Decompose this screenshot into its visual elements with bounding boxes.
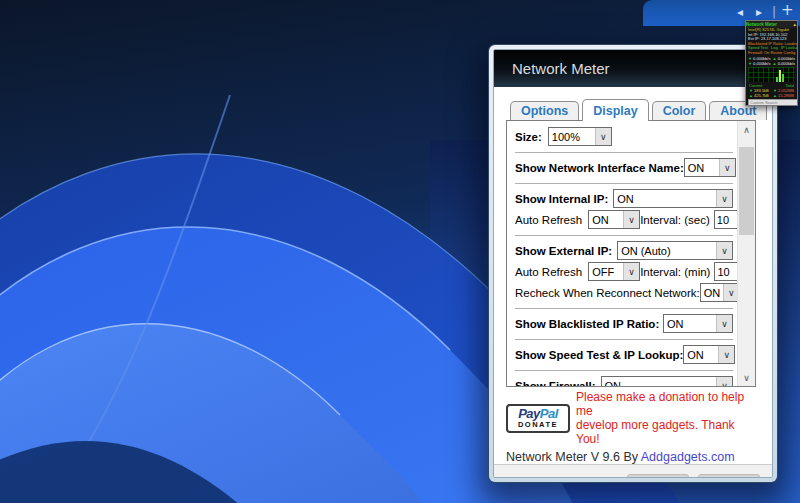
gadget-search-bar [748,99,795,106]
external-interval-label: Interval: (min) [640,266,710,278]
chevron-up-icon: ∧ [743,125,750,135]
tab-options[interactable]: Options [510,101,579,120]
ok-button[interactable]: OK [627,474,689,478]
speedtest-value: ON [687,349,704,361]
chevron-down-icon: ∨ [716,190,732,207]
size-value: 100% [552,131,580,143]
chevron-down-icon: ∨ [716,377,732,387]
firewall-value: ON [605,380,622,388]
addgadgets-link[interactable]: Addgadgets.com [641,450,735,464]
up-arrow-icon: ▲ [773,61,777,66]
paypal-donate-button[interactable]: PayPal DONATE [506,404,570,433]
external-ip-label: Show External IP: [515,245,612,257]
separator [515,152,733,153]
down-arrow-icon: ▼ [748,61,752,66]
gadget-search-input[interactable] [748,99,798,106]
cancel-button[interactable]: Cancel [698,474,760,478]
forward-icon[interactable]: ▸ [756,4,762,20]
chevron-down-icon: ∨ [743,373,750,383]
graph-spike [776,77,778,82]
recheck-select[interactable]: ON ∨ [700,283,740,302]
chevron-down-icon: ∨ [716,315,732,332]
tab-color[interactable]: Color [652,101,707,120]
internal-interval-input[interactable] [714,210,738,229]
log-link[interactable]: Log [771,46,778,50]
gadget-totals-row: ▲ 425.7kB ▲ 15.28MB [746,93,797,98]
gadget-title: Network Meter [746,21,777,28]
chevron-down-icon: ∨ [718,346,734,363]
internal-refresh-select[interactable]: ON ∨ [588,210,640,229]
scroll-up-button[interactable]: ∧ [738,121,755,138]
internal-refresh-label: Auto Refresh [515,214,582,226]
external-refresh-select[interactable]: OFF ∨ [588,262,640,281]
version-line: Network Meter V 9.6 By Addgadgets.com [506,450,760,464]
chevron-down-icon: ∨ [623,263,639,280]
tab-bar: Options Display Color About [510,98,760,120]
separator [515,308,733,309]
firewall-label: Show Firewall: [515,380,596,388]
dialog-body: Options Display Color About Size: 100% ∨ [494,87,772,464]
external-refresh-value: OFF [592,266,614,278]
external-ip-row: Show External IP: ON (Auto) ∨ [515,241,733,260]
speed-test-link[interactable]: Speed Test [748,46,768,50]
tab-display[interactable]: Display [582,99,648,121]
external-ip-select[interactable]: ON (Auto) ∨ [617,241,733,260]
ip-lookup-link[interactable]: IP Lookup [781,46,797,50]
separator-icon: | [772,4,776,20]
recheck-label: Recheck When Reconnect Network: [515,287,700,299]
chevron-down-icon: ∨ [623,211,639,228]
separator [515,370,733,371]
dialog-title: Network Meter [512,60,610,77]
external-refresh-label: Auto Refresh [515,266,582,278]
gadget-speed-row: ▼ 0.000kb/s ▲ 0.000kb/s [746,61,797,66]
interface-label: Show Network Interface Name: [515,162,684,174]
settings-panel: Size: 100% ∨ Show Network Interface Name… [506,120,756,387]
gadget-titlebar[interactable]: Network Meter ▲ [746,21,797,28]
donation-message: Please make a donation to help me develo… [576,390,760,446]
size-select[interactable]: 100% ∨ [548,127,612,146]
internal-interval-label: Interval: (sec) [640,214,710,226]
firewall-select[interactable]: ON ∨ [601,376,733,387]
network-meter-gadget[interactable]: Network Meter ▲ Intel(R) 82574L Gigabit … [745,20,798,106]
size-label: Size: [515,131,542,143]
gadget-menu-icon[interactable]: ▲ [793,21,797,28]
interface-select[interactable]: ON ∨ [684,158,736,177]
blacklisted-value: ON [667,318,684,330]
blacklisted-select[interactable]: ON ∨ [663,314,733,333]
separator [515,235,733,236]
internal-ip-row: Show Internal IP: ON ∨ [515,189,733,208]
external-interval-input[interactable] [714,262,738,281]
dialog-titlebar[interactable]: Network Meter [494,50,772,87]
back-icon[interactable]: ◂ [737,4,743,20]
separator [515,339,733,340]
internal-ip-select[interactable]: ON ∨ [613,189,733,208]
version-text: Network Meter V 9.6 By [506,450,641,464]
donate-label: DONATE [518,420,558,429]
donate-row: PayPal DONATE Please make a donation to … [506,390,760,446]
new-tab-icon[interactable]: + [781,2,794,18]
scrollbar-thumb[interactable] [739,147,754,235]
interface-row: Show Network Interface Name: ON ∨ [515,158,733,177]
recheck-row: Recheck When Reconnect Network: ON ∨ [515,283,733,302]
recheck-value: ON [704,287,721,299]
blacklisted-label: Show Blacklisted IP Ratio: [515,318,659,330]
speedtest-row: Show Speed Test & IP Lookup: ON ∨ [515,345,733,364]
external-refresh-row: Auto Refresh OFF ∨ Interval: (min) [515,262,733,281]
external-ip-value: ON (Auto) [621,245,671,257]
speedtest-select[interactable]: ON ∨ [683,345,735,364]
scroll-down-button[interactable]: ∨ [738,369,755,386]
settings-list: Size: 100% ∨ Show Network Interface Name… [507,121,738,387]
graph-spike [782,74,784,82]
interface-value: ON [688,162,705,174]
network-meter-dialog: Network Meter Options Display Color Abou… [489,45,777,482]
chevron-down-icon: ∨ [719,159,735,176]
up-arrow-icon: ▲ [773,93,777,98]
blacklisted-row: Show Blacklisted IP Ratio: ON ∨ [515,314,733,333]
paypal-logo: PayPal [518,407,558,420]
firewall-row: Show Firewall: ON ∨ [515,376,733,387]
desktop: ◂ ▸ | + Network Meter Options Display Co… [0,0,800,503]
chevron-down-icon: ∨ [716,242,732,259]
internal-refresh-row: Auto Refresh ON ∨ Interval: (sec) [515,210,733,229]
size-row: Size: 100% ∨ [515,127,733,146]
vertical-scrollbar[interactable]: ∧ ∨ [737,121,755,386]
